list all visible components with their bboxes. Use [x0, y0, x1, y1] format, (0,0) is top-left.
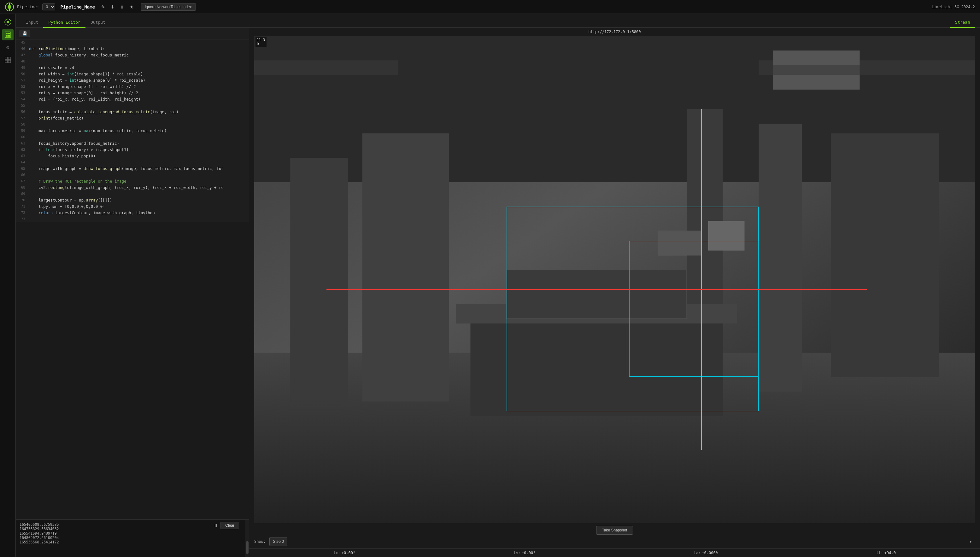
metric-ty-value: +0.00°	[522, 551, 535, 555]
svg-rect-14	[8, 33, 10, 34]
console-scrollbar[interactable]	[246, 520, 249, 557]
camera-feed: 11.3 0	[254, 36, 975, 523]
svg-rect-12	[5, 32, 11, 37]
code-editor[interactable]: 45 46 def runPipeline(image, llrobot): 4…	[16, 39, 249, 520]
star-pipeline-button[interactable]: ★	[129, 3, 135, 11]
sidebar: ⚙	[0, 14, 16, 557]
table-row: 45	[16, 39, 249, 46]
content-area: Input Python Editor Output Stream 💾 45	[16, 14, 980, 557]
table-row: 70 largestContour = np.array([[]])	[16, 197, 249, 204]
table-row: 67 # Draw the ROI rectangle on the image	[16, 178, 249, 184]
stream-controls: Take Snapshot Show: Step 0 ▾	[249, 523, 980, 549]
svg-rect-28	[831, 134, 939, 377]
step-select[interactable]: Step 0	[269, 537, 287, 546]
download-pipeline-button[interactable]: ⬇	[109, 3, 116, 11]
show-row: Show: Step 0 ▾	[254, 537, 975, 546]
table-row: 58	[16, 121, 249, 128]
console-line: 165406608.36759385	[20, 522, 246, 527]
table-row: 66	[16, 172, 249, 178]
table-row: 65 image_with_graph = draw_focus_graph(i…	[16, 166, 249, 172]
metric-tx-label: tx:	[334, 551, 340, 555]
metric-ty-label: ty:	[513, 551, 521, 555]
table-row: 69	[16, 191, 249, 197]
pipeline-name: Pipeline_Name	[60, 5, 95, 10]
table-row: 61 focus_history.append(focus_metric)	[16, 140, 249, 147]
step-select-wrapper: Step 0 ▾	[269, 537, 975, 546]
pipeline-index-select[interactable]: 0	[42, 3, 55, 10]
sidebar-item-logo[interactable]	[2, 16, 13, 28]
console-line: 165536568.25414172	[20, 540, 246, 544]
svg-rect-15	[6, 35, 8, 37]
tab-python-editor[interactable]: Python Editor	[43, 17, 85, 28]
tab-output[interactable]: Output	[85, 17, 111, 28]
svg-point-7	[7, 21, 9, 23]
sidebar-item-settings[interactable]: ⚙	[2, 42, 13, 53]
code-lines: 45 46 def runPipeline(image, llrobot): 4…	[16, 39, 249, 222]
metric-ta: ta: +0.000%	[694, 551, 718, 555]
pipeline-label: Pipeline:	[17, 5, 39, 9]
console-scrollthumb[interactable]	[246, 541, 249, 554]
metric-tx: tx: +0.00°	[334, 551, 355, 555]
topbar: Pipeline: 0 Pipeline_Name ✎ ⬇ ⬆ ★ Ignore…	[0, 0, 980, 14]
table-row: 47 global focus_history, max_focus_metri…	[16, 52, 249, 59]
stream-url: http://172.172.0.1:5800	[249, 28, 980, 36]
svg-rect-39	[506, 270, 687, 319]
svg-rect-18	[8, 57, 11, 60]
table-row: 53 roi_y = (image.shape[0] - roi_height)…	[16, 90, 249, 96]
table-row: 73	[16, 216, 249, 222]
console-toolbar: ⏸ Clear	[213, 522, 239, 529]
tab-input[interactable]: Input	[21, 17, 43, 28]
svg-rect-19	[5, 60, 8, 63]
upload-pipeline-button[interactable]: ⬆	[119, 3, 125, 11]
show-label: Show:	[254, 539, 265, 544]
save-file-button[interactable]: 💾	[20, 29, 30, 37]
fps-value: 11.3	[257, 38, 265, 42]
clear-console-button[interactable]: Clear	[220, 522, 239, 529]
sidebar-item-vision[interactable]	[2, 29, 13, 41]
metric-tl: tl: +94.0	[876, 551, 896, 555]
table-row: 68 cv2.rectangle(image_with_graph, (roi_…	[16, 184, 249, 191]
table-row: 59 max_focus_metric = max(max_focus_metr…	[16, 128, 249, 134]
svg-rect-20	[8, 60, 11, 63]
app-version: Limelight 3G 2024.2	[932, 5, 975, 9]
svg-rect-30	[398, 50, 759, 75]
svg-rect-33	[773, 65, 860, 75]
stream-panel: http://172.172.0.1:5800	[249, 28, 980, 557]
sidebar-item-grid[interactable]	[2, 54, 13, 65]
svg-rect-34	[773, 75, 860, 90]
svg-rect-36	[708, 221, 744, 251]
pause-console-button[interactable]: ⏸	[213, 523, 218, 528]
svg-rect-35	[658, 231, 701, 255]
svg-rect-27	[759, 124, 802, 392]
table-row: 48	[16, 59, 249, 65]
tab-stream[interactable]: Stream	[950, 17, 975, 28]
metric-tl-value: +94.0	[884, 551, 896, 555]
stream-image-container: 11.3 0	[254, 36, 975, 523]
svg-point-1	[8, 5, 11, 9]
console-output: ⏸ Clear 165406608.36759385 164736829.536…	[16, 520, 249, 557]
svg-rect-16	[8, 35, 10, 37]
svg-rect-25	[362, 134, 449, 402]
table-row: 55	[16, 103, 249, 109]
table-row: 62 if len(focus_history) > image.shape[1…	[16, 147, 249, 153]
metric-ta-value: +0.000%	[702, 551, 718, 555]
table-row: 64	[16, 159, 249, 166]
table-row: 71 llpython = [0,0,0,0,0,0,0,0]	[16, 204, 249, 210]
edit-pipeline-button[interactable]: ✎	[100, 3, 106, 11]
svg-rect-37	[470, 319, 723, 416]
svg-rect-13	[6, 33, 8, 34]
table-row: 60	[16, 134, 249, 140]
snapshot-button[interactable]: Take Snapshot	[596, 526, 633, 534]
fps-badge: 11.3 0	[256, 37, 267, 47]
table-row: 57 print(focus_metric)	[16, 115, 249, 121]
table-row: 49 roi_scsale = .4	[16, 65, 249, 71]
main-layout: ⚙ Input Python Editor Output Stream	[0, 14, 980, 557]
svg-rect-24	[290, 158, 348, 402]
editor-toolbar: 💾	[16, 28, 249, 39]
table-row: 54 roi = (roi_x, roi_y, roi_width, roi_h…	[16, 96, 249, 103]
metrics-row: tx: +0.00° ty: +0.00° ta: +0.000% tl: +9…	[249, 549, 980, 557]
table-row: 56 focus_metric = calculate_tenengrad_fo…	[16, 109, 249, 115]
ignore-networktables-button[interactable]: Ignore NetworkTables Index	[141, 3, 196, 11]
metric-ta-label: ta:	[694, 551, 701, 555]
metric-tl-label: tl:	[876, 551, 883, 555]
